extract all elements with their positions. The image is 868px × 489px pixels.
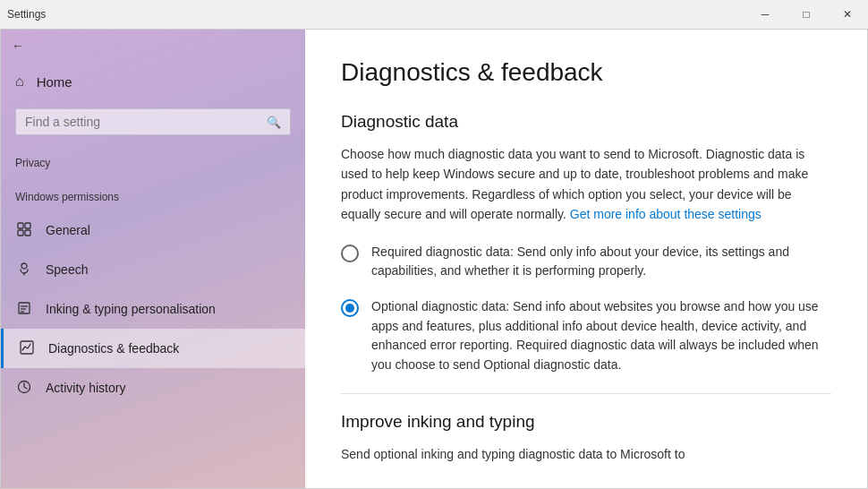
window-controls: ─ □ ✕ bbox=[745, 0, 868, 29]
section-divider bbox=[341, 393, 831, 394]
general-label: General bbox=[46, 223, 90, 237]
diagnostic-data-title: Diagnostic data bbox=[341, 112, 831, 132]
svg-rect-3 bbox=[25, 230, 30, 236]
radio-optional-inner bbox=[345, 304, 354, 313]
section-improve-inking: Improve inking and typing Send optional … bbox=[341, 412, 831, 464]
activity-label: Activity history bbox=[46, 381, 125, 395]
minimize-button[interactable]: ─ bbox=[745, 0, 786, 29]
improve-inking-text: Send optional inking and typing diagnost… bbox=[341, 444, 831, 464]
radio-optional-circle[interactable] bbox=[341, 299, 359, 317]
activity-icon bbox=[15, 380, 33, 397]
svg-point-4 bbox=[21, 263, 27, 269]
sidebar-item-speech[interactable]: Speech bbox=[1, 250, 305, 289]
window-title: Settings bbox=[7, 8, 46, 21]
radio-group: Required diagnostic data: Send only info… bbox=[341, 243, 831, 375]
diagnostic-description: Choose how much diagnostic data you want… bbox=[341, 144, 831, 225]
search-input[interactable] bbox=[25, 115, 267, 129]
back-button[interactable]: ← bbox=[1, 30, 305, 62]
speech-label: Speech bbox=[46, 262, 88, 277]
sidebar: ← ⌂ Home 🔍 Privacy Windows permissions G… bbox=[1, 30, 305, 488]
close-button[interactable]: ✕ bbox=[827, 0, 868, 29]
radio-required-text: Required diagnostic data: Send only info… bbox=[371, 243, 831, 281]
svg-rect-0 bbox=[18, 223, 23, 228]
sidebar-item-inking[interactable]: Inking & typing personalisation bbox=[1, 289, 305, 329]
speech-icon bbox=[15, 262, 33, 279]
general-icon bbox=[15, 222, 33, 239]
maximize-button[interactable]: □ bbox=[786, 0, 827, 29]
improve-inking-title: Improve inking and typing bbox=[341, 412, 831, 432]
privacy-section-label: Privacy bbox=[1, 142, 305, 176]
home-label: Home bbox=[37, 74, 72, 90]
page-title: Diagnostics & feedback bbox=[341, 58, 831, 87]
main-window: ← ⌂ Home 🔍 Privacy Windows permissions G… bbox=[0, 29, 868, 489]
search-icon: 🔍 bbox=[267, 116, 281, 129]
back-arrow-icon: ← bbox=[12, 39, 24, 53]
svg-rect-2 bbox=[18, 230, 23, 236]
svg-rect-1 bbox=[25, 223, 30, 228]
sidebar-item-diagnostics[interactable]: Diagnostics & feedback bbox=[1, 329, 305, 368]
diagnostics-label: Diagnostics & feedback bbox=[48, 341, 179, 356]
search-box[interactable]: 🔍 bbox=[15, 108, 291, 135]
radio-required-circle[interactable] bbox=[341, 244, 359, 262]
diagnostics-icon bbox=[18, 340, 36, 357]
radio-required[interactable]: Required diagnostic data: Send only info… bbox=[341, 243, 831, 281]
radio-optional-text: Optional diagnostic data: Send info abou… bbox=[371, 297, 831, 375]
title-bar: Settings ─ □ ✕ bbox=[0, 0, 868, 29]
sidebar-item-activity[interactable]: Activity history bbox=[1, 368, 305, 408]
more-info-link[interactable]: Get more info about these settings bbox=[570, 207, 762, 221]
sidebar-item-home[interactable]: ⌂ Home bbox=[1, 62, 305, 101]
sidebar-item-general[interactable]: General bbox=[1, 210, 305, 250]
radio-optional[interactable]: Optional diagnostic data: Send info abou… bbox=[341, 297, 831, 375]
inking-icon bbox=[15, 301, 33, 318]
content-area: Diagnostics & feedback Diagnostic data C… bbox=[305, 30, 867, 488]
windows-permissions-label: Windows permissions bbox=[1, 176, 305, 210]
inking-label: Inking & typing personalisation bbox=[46, 302, 216, 316]
home-icon: ⌂ bbox=[15, 73, 24, 90]
